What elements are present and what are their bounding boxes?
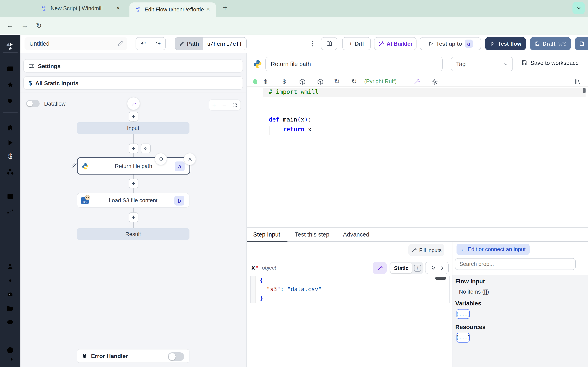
package-box-icon[interactable] bbox=[299, 78, 306, 85]
chevron-down-icon bbox=[576, 5, 581, 11]
sidebar-item-favorites-icon[interactable] bbox=[6, 81, 14, 89]
deploy-button[interactable]: Deploy bbox=[575, 37, 588, 50]
windmill-favicon bbox=[135, 6, 142, 13]
add-step-button[interactable] bbox=[129, 112, 138, 122]
edit-step-pencil-icon[interactable] bbox=[71, 162, 77, 168]
wand-icon bbox=[411, 247, 417, 253]
app-sidebar: $ bbox=[0, 35, 20, 367]
step-input-json-editor[interactable]: { "s3": "data.csv" } bbox=[250, 276, 450, 303]
draft-shortcut: ⌘S bbox=[558, 41, 567, 47]
tab-close-icon[interactable]: × bbox=[116, 5, 120, 11]
connect-input-button[interactable] bbox=[425, 262, 449, 274]
sidebar-item-runs-icon[interactable] bbox=[6, 139, 14, 147]
flow-node-result[interactable]: Result bbox=[77, 228, 190, 240]
move-step-button[interactable] bbox=[155, 153, 167, 165]
test-up-to-button[interactable]: Test up to a bbox=[420, 37, 481, 50]
all-static-inputs-button[interactable]: $ All Static Inputs bbox=[23, 76, 243, 90]
new-tab-icon[interactable]: + bbox=[223, 4, 227, 12]
reload-icon[interactable]: ↻ bbox=[36, 22, 42, 30]
tab-close-icon[interactable]: × bbox=[206, 6, 210, 12]
expand-sidebar-arrow-icon[interactable] bbox=[6, 355, 14, 363]
code-editor[interactable]: # import wmill def main(x): return x bbox=[247, 86, 588, 227]
sidebar-item-apps-icon[interactable] bbox=[6, 65, 14, 73]
library-icon[interactable] bbox=[574, 78, 581, 85]
tab-test-this-step[interactable]: Test this step bbox=[295, 231, 329, 238]
sidebar-item-settings-gear-icon[interactable] bbox=[6, 276, 14, 285]
indent-guide bbox=[269, 126, 269, 135]
search-prop-input[interactable] bbox=[455, 258, 576, 270]
browser-toolbar: ← → ↻ app.windmill.dev/flows/edit/u/henr… bbox=[0, 17, 588, 35]
delete-step-button[interactable] bbox=[184, 153, 196, 165]
flow-node-step-a[interactable]: Return file path a bbox=[77, 157, 190, 175]
flow-node-input[interactable]: Input bbox=[77, 122, 190, 134]
sidebar-item-variables-icon[interactable]: $ bbox=[6, 152, 14, 161]
fullscreen-icon[interactable] bbox=[232, 103, 237, 108]
flow-name-field[interactable]: Untitled bbox=[25, 37, 127, 50]
add-step-button[interactable] bbox=[129, 212, 138, 222]
add-step-button[interactable] bbox=[129, 143, 138, 153]
variables-object-button[interactable]: {...} bbox=[457, 309, 470, 319]
redo-button[interactable]: ↷ bbox=[151, 38, 165, 50]
sidebar-item-audit-eye-icon[interactable] bbox=[6, 318, 14, 326]
sidebar-item-search-icon[interactable] bbox=[6, 97, 14, 105]
flow-settings-button[interactable]: Settings bbox=[23, 59, 243, 73]
scrollbar-thumb[interactable] bbox=[435, 277, 446, 280]
path-value[interactable]: u/henri/eff bbox=[203, 37, 246, 50]
step-name-input[interactable]: Return file path bbox=[265, 57, 443, 71]
sidebar-item-routes-icon[interactable] bbox=[6, 207, 14, 215]
add-step-button[interactable] bbox=[129, 179, 138, 188]
more-options-kebab-icon[interactable]: ⋮ bbox=[310, 40, 316, 47]
error-handler-toggle[interactable] bbox=[168, 352, 184, 361]
windmill-flow-editor-window: New Script | Windmill × Edit Flow u/henr… bbox=[0, 0, 588, 367]
add-trigger-button[interactable] bbox=[141, 143, 151, 153]
ai-fill-button[interactable] bbox=[373, 262, 387, 274]
sidebar-item-folders-icon[interactable] bbox=[6, 304, 14, 312]
help-icon[interactable] bbox=[6, 346, 14, 354]
tab-advanced[interactable]: Advanced bbox=[343, 231, 369, 238]
back-icon[interactable]: ← bbox=[7, 22, 13, 30]
dollar-icon[interactable]: $ bbox=[264, 78, 267, 85]
editor-settings-gear-icon[interactable] bbox=[431, 78, 438, 85]
save-to-workspace-button[interactable]: Save to workspace bbox=[521, 59, 579, 66]
ai-flow-wand-button[interactable] bbox=[127, 97, 140, 110]
path-button[interactable]: Path bbox=[175, 37, 203, 50]
forward-icon[interactable]: → bbox=[21, 22, 28, 30]
dataflow-toggle[interactable] bbox=[26, 100, 40, 107]
zoom-out-icon[interactable]: − bbox=[222, 101, 226, 108]
sidebar-item-schedules-icon[interactable] bbox=[6, 192, 14, 200]
ai-builder-button[interactable]: AI Builder bbox=[374, 37, 416, 50]
sidebar-item-workers-robot-icon[interactable] bbox=[6, 290, 14, 299]
draft-button[interactable]: Draft ⌘S bbox=[530, 37, 571, 50]
test-flow-button[interactable]: Test flow bbox=[485, 37, 526, 50]
connect-sections: Flow Input No items ([]) Variables {...}… bbox=[452, 275, 588, 367]
browser-tab-edit-flow[interactable]: Edit Flow u/henri/effortless_fl × bbox=[130, 2, 216, 17]
javascript-mode-button[interactable]: f bbox=[412, 263, 423, 273]
python-icon bbox=[82, 163, 89, 170]
tab-step-input[interactable]: Step Input bbox=[253, 231, 280, 238]
edit-or-connect-back-button[interactable]: ← Edit or connect an input bbox=[457, 244, 530, 255]
wand-icon[interactable] bbox=[413, 78, 420, 85]
static-mode-button[interactable]: Static bbox=[390, 263, 412, 273]
refresh-icon[interactable]: ↻ bbox=[334, 77, 340, 86]
sidebar-item-resources-icon[interactable] bbox=[6, 168, 14, 176]
windmill-logo[interactable] bbox=[6, 42, 15, 51]
window-chevron-button[interactable] bbox=[572, 2, 585, 14]
browser-tab-new-script[interactable]: New Script | Windmill × bbox=[38, 0, 125, 17]
fill-inputs-button[interactable]: Fill inputs bbox=[408, 244, 444, 256]
resources-object-button[interactable]: {...} bbox=[457, 333, 470, 342]
test-up-to-label: Test up to bbox=[436, 41, 462, 47]
zoom-in-icon[interactable]: + bbox=[212, 101, 216, 108]
dollar-icon[interactable]: $ bbox=[283, 78, 286, 85]
docs-book-button[interactable] bbox=[321, 37, 337, 50]
scrollbar-thumb[interactable] bbox=[583, 88, 586, 93]
error-handler-card[interactable]: Error Handler bbox=[77, 349, 190, 363]
pencil-icon[interactable] bbox=[118, 40, 124, 47]
flow-node-step-b[interactable]: TS Load S3 file content b bbox=[77, 193, 190, 208]
undo-button[interactable]: ↶ bbox=[136, 38, 151, 50]
sidebar-item-user-icon[interactable] bbox=[6, 262, 14, 270]
diff-button[interactable]: ± Diff bbox=[342, 37, 371, 50]
tag-select[interactable]: Tag bbox=[451, 57, 513, 71]
refresh-icon[interactable]: ↻ bbox=[351, 77, 357, 86]
sidebar-item-home-icon[interactable] bbox=[6, 124, 14, 132]
package-box-icon[interactable] bbox=[317, 78, 324, 85]
